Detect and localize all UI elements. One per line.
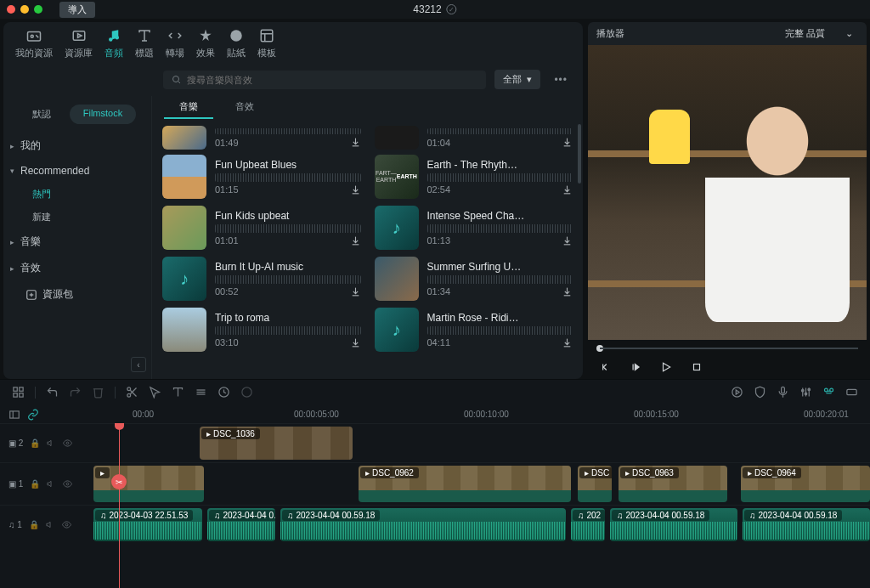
download-icon[interactable] xyxy=(562,235,573,246)
undo-button[interactable] xyxy=(46,386,59,399)
nav-my[interactable]: 我的資源 xyxy=(15,27,53,59)
mixer-icon[interactable] xyxy=(799,386,812,399)
prev-frame-button[interactable] xyxy=(596,359,613,376)
audio-item[interactable]: Summer Surfing U…01:34 xyxy=(373,253,575,304)
download-icon[interactable] xyxy=(350,137,361,148)
search-input-wrap[interactable] xyxy=(163,71,486,89)
clip[interactable]: ▸DSC_1036 xyxy=(200,427,353,460)
layout-icon[interactable] xyxy=(12,386,25,399)
audio-item[interactable]: ♪Martin Rose - Ridi…04:11 xyxy=(373,304,575,355)
download-icon[interactable] xyxy=(350,337,361,348)
nav-audio[interactable]: 音頻 xyxy=(105,27,123,59)
clip[interactable]: ♫2023-04-04 00.59.18 xyxy=(743,508,870,541)
nav-fx[interactable]: 效果 xyxy=(196,27,215,59)
clip[interactable]: ▸DSC xyxy=(578,466,612,502)
eye-icon[interactable] xyxy=(63,438,72,448)
audio-item[interactable]: Fun Upbeat Blues01:15 xyxy=(161,151,363,202)
download-icon[interactable] xyxy=(562,137,573,148)
clip[interactable]: ♫2023-04-04 00.59.18 xyxy=(280,508,566,541)
clip[interactable]: ▸DSC_0963 xyxy=(619,466,727,502)
track-head[interactable]: ▣ 2🔒 xyxy=(0,424,85,462)
timeline-track[interactable]: ▣ 2🔒▸DSC_1036 xyxy=(0,423,870,462)
mic-icon[interactable] xyxy=(777,386,789,399)
lock-icon[interactable]: 🔒 xyxy=(30,479,40,489)
clip[interactable]: ▸ xyxy=(93,466,204,502)
track-panel-icon[interactable] xyxy=(8,409,20,421)
nav-lib[interactable]: 資源庫 xyxy=(65,27,93,59)
crop-button[interactable] xyxy=(195,386,207,399)
track-head[interactable]: ▣ 1🔒 xyxy=(0,463,85,505)
timeline-track[interactable]: ♫ 1🔒♫2023-04-03 22.51.53♫2023-04-04 0…♫2… xyxy=(0,505,870,544)
audio-item[interactable]: Trip to roma03:10 xyxy=(161,304,363,355)
audio-item[interactable]: Fun Kids upbeat01:01 xyxy=(161,202,363,253)
download-icon[interactable] xyxy=(562,337,573,348)
split-button[interactable] xyxy=(126,386,138,399)
content-tab-sfx[interactable]: 音效 xyxy=(220,96,269,119)
clip[interactable]: ▸DSC_0964 xyxy=(741,466,870,502)
magnet-icon[interactable] xyxy=(822,386,835,399)
tree-hot[interactable]: 熱門 xyxy=(3,183,151,206)
collapse-sidebar-button[interactable]: ‹ xyxy=(131,357,146,372)
download-icon[interactable] xyxy=(562,286,573,297)
clip[interactable]: ▸DSC_0962 xyxy=(359,466,571,502)
mute-icon[interactable] xyxy=(47,438,56,448)
preview-viewport[interactable] xyxy=(588,45,867,340)
link-icon[interactable] xyxy=(27,409,39,421)
audio-item[interactable]: ♪Burn It Up-AI music00:52 xyxy=(161,253,363,304)
track-head[interactable]: ♫ 1🔒 xyxy=(0,506,85,544)
lock-icon[interactable]: 🔒 xyxy=(30,438,40,448)
more-menu[interactable]: ••• xyxy=(549,74,573,86)
window-minimize[interactable] xyxy=(20,5,29,14)
audio-item[interactable]: ♪Intense Speed Cha…01:13 xyxy=(373,202,575,253)
clip[interactable]: ♫2023-04-04 00.59.18 xyxy=(610,508,737,541)
audio-item[interactable]: FART—EARTHEARTHEarth - The Rhyth…02:54 xyxy=(373,151,575,202)
cursor-button[interactable] xyxy=(149,386,161,399)
stop-button[interactable] xyxy=(688,359,705,376)
track-body[interactable]: ▸▸DSC_0962▸DSC▸DSC_0963▸DSC_0964 xyxy=(85,463,870,505)
nav-trans[interactable]: 轉場 xyxy=(166,27,184,59)
color-button[interactable] xyxy=(240,386,253,399)
track-body[interactable]: ▸DSC_1036 xyxy=(85,424,870,462)
preview-progress[interactable] xyxy=(588,340,867,353)
tree-resource-pack[interactable]: 資源包 xyxy=(3,281,151,308)
clip[interactable]: ♫2023-04-03 22.51.53 xyxy=(93,508,202,541)
nav-sticker[interactable]: 貼紙 xyxy=(227,27,246,59)
download-icon[interactable] xyxy=(350,235,361,246)
window-close[interactable] xyxy=(7,5,15,14)
tree-new[interactable]: 新建 xyxy=(3,206,151,229)
mute-icon[interactable] xyxy=(46,520,55,529)
play-button[interactable] xyxy=(658,359,675,376)
lock-icon[interactable]: 🔒 xyxy=(29,520,39,529)
clip[interactable]: ♫202 xyxy=(571,508,605,541)
step-frame-button[interactable] xyxy=(627,359,644,376)
clip[interactable]: ♫2023-04-04 0… xyxy=(207,508,275,541)
side-tab-filmstock[interactable]: Filmstock xyxy=(70,105,136,124)
audio-item[interactable]: 01:04 xyxy=(373,122,575,151)
side-tab-default[interactable]: 默認 xyxy=(19,105,65,124)
timeline-track[interactable]: ▣ 1🔒▸▸DSC_0962▸DSC▸DSC_0963▸DSC_0964 xyxy=(0,462,870,505)
delete-button[interactable] xyxy=(92,386,105,399)
eye-icon[interactable] xyxy=(62,520,71,529)
text-button[interactable] xyxy=(172,386,184,399)
search-input[interactable] xyxy=(187,75,477,85)
speed-button[interactable] xyxy=(218,386,230,399)
tree-sfx[interactable]: 音效 xyxy=(3,255,151,281)
cut-marker[interactable]: ✂ xyxy=(111,474,127,489)
playhead[interactable] xyxy=(119,423,120,588)
window-zoom[interactable] xyxy=(34,5,42,14)
scrollbar[interactable] xyxy=(578,124,581,184)
marker-button[interactable] xyxy=(731,386,743,399)
download-icon[interactable] xyxy=(562,184,573,195)
quality-dropdown[interactable]: 完整 品質 ⌄ xyxy=(785,27,858,40)
filter-all-dropdown[interactable]: 全部 ▾ xyxy=(494,70,540,89)
redo-button[interactable] xyxy=(69,386,82,399)
content-tab-music[interactable]: 音樂 xyxy=(164,96,213,119)
import-button[interactable]: 導入 xyxy=(59,2,95,18)
tree-recommended[interactable]: Recommended xyxy=(3,159,151,183)
eye-icon[interactable] xyxy=(63,479,72,489)
nav-title[interactable]: 標題 xyxy=(135,27,154,59)
tree-music[interactable]: 音樂 xyxy=(3,229,151,255)
download-icon[interactable] xyxy=(350,286,361,297)
track-body[interactable]: ♫2023-04-03 22.51.53♫2023-04-04 0…♫2023-… xyxy=(85,506,870,544)
download-icon[interactable] xyxy=(350,184,361,195)
